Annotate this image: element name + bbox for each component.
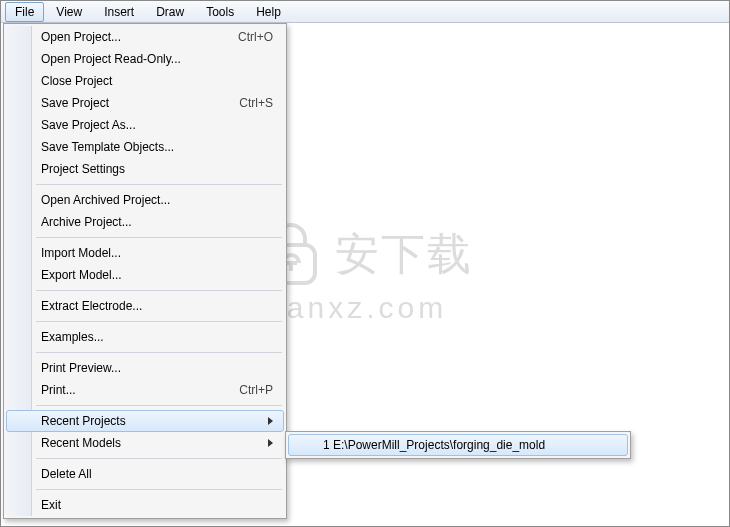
menu-shortcut: Ctrl+O xyxy=(238,30,273,44)
recent-projects-submenu: 1 E:\PowerMill_Projects\forging_die_mold xyxy=(285,431,631,459)
menubar-view[interactable]: View xyxy=(46,2,92,22)
menubar-file[interactable]: File xyxy=(5,2,44,22)
menu-separator xyxy=(36,184,282,185)
menu-open-project[interactable]: Open Project... Ctrl+O xyxy=(6,26,284,48)
menu-separator xyxy=(36,321,282,322)
watermark-cn: 安下载 xyxy=(335,232,473,276)
menu-import-model[interactable]: Import Model... xyxy=(6,242,284,264)
watermark: 安下载 anxz.com xyxy=(261,221,473,325)
menu-exit[interactable]: Exit xyxy=(6,494,284,516)
recent-project-item-1[interactable]: 1 E:\PowerMill_Projects\forging_die_mold xyxy=(288,434,628,456)
menu-save-project[interactable]: Save Project Ctrl+S xyxy=(6,92,284,114)
chevron-right-icon xyxy=(268,439,273,447)
menu-label: Close Project xyxy=(41,74,273,88)
menubar-help[interactable]: Help xyxy=(246,2,291,22)
menu-separator xyxy=(36,352,282,353)
menu-archive-project[interactable]: Archive Project... xyxy=(6,211,284,233)
menu-recent-projects[interactable]: Recent Projects xyxy=(6,410,284,432)
menu-label: Examples... xyxy=(41,330,273,344)
menu-close-project[interactable]: Close Project xyxy=(6,70,284,92)
menu-label: Recent Models xyxy=(41,436,262,450)
menu-print-preview[interactable]: Print Preview... xyxy=(6,357,284,379)
menu-separator xyxy=(36,458,282,459)
menu-label: Open Project Read-Only... xyxy=(41,52,273,66)
recent-project-path: 1 E:\PowerMill_Projects\forging_die_mold xyxy=(323,438,545,452)
menu-extract-electrode[interactable]: Extract Electrode... xyxy=(6,295,284,317)
menu-label: Import Model... xyxy=(41,246,273,260)
menu-label: Project Settings xyxy=(41,162,273,176)
menu-separator xyxy=(36,290,282,291)
menu-open-readonly[interactable]: Open Project Read-Only... xyxy=(6,48,284,70)
menu-print[interactable]: Print... Ctrl+P xyxy=(6,379,284,401)
menu-delete-all[interactable]: Delete All xyxy=(6,463,284,485)
menu-save-template[interactable]: Save Template Objects... xyxy=(6,136,284,158)
menu-label: Delete All xyxy=(41,467,273,481)
menubar-tools[interactable]: Tools xyxy=(196,2,244,22)
menubar: File View Insert Draw Tools Help xyxy=(1,1,729,23)
chevron-right-icon xyxy=(268,417,273,425)
menu-shortcut: Ctrl+S xyxy=(239,96,273,110)
menu-shortcut: Ctrl+P xyxy=(239,383,273,397)
menu-project-settings[interactable]: Project Settings xyxy=(6,158,284,180)
menu-open-archived[interactable]: Open Archived Project... xyxy=(6,189,284,211)
menu-label: Export Model... xyxy=(41,268,273,282)
menu-save-project-as[interactable]: Save Project As... xyxy=(6,114,284,136)
menu-label: Save Project xyxy=(41,96,239,110)
menu-label: Open Archived Project... xyxy=(41,193,273,207)
menu-label: Extract Electrode... xyxy=(41,299,273,313)
watermark-url: anxz.com xyxy=(261,291,473,325)
menubar-insert[interactable]: Insert xyxy=(94,2,144,22)
menu-label: Save Project As... xyxy=(41,118,273,132)
menubar-draw[interactable]: Draw xyxy=(146,2,194,22)
file-menu: Open Project... Ctrl+O Open Project Read… xyxy=(3,23,287,519)
menu-label: Save Template Objects... xyxy=(41,140,273,154)
menu-label: Open Project... xyxy=(41,30,238,44)
menu-separator xyxy=(36,489,282,490)
menu-label: Print... xyxy=(41,383,239,397)
menu-recent-models[interactable]: Recent Models xyxy=(6,432,284,454)
menu-separator xyxy=(36,237,282,238)
menu-label: Print Preview... xyxy=(41,361,273,375)
menu-separator xyxy=(36,405,282,406)
menu-label: Archive Project... xyxy=(41,215,273,229)
menu-label: Exit xyxy=(41,498,273,512)
menu-export-model[interactable]: Export Model... xyxy=(6,264,284,286)
menu-label: Recent Projects xyxy=(41,414,262,428)
menu-examples[interactable]: Examples... xyxy=(6,326,284,348)
